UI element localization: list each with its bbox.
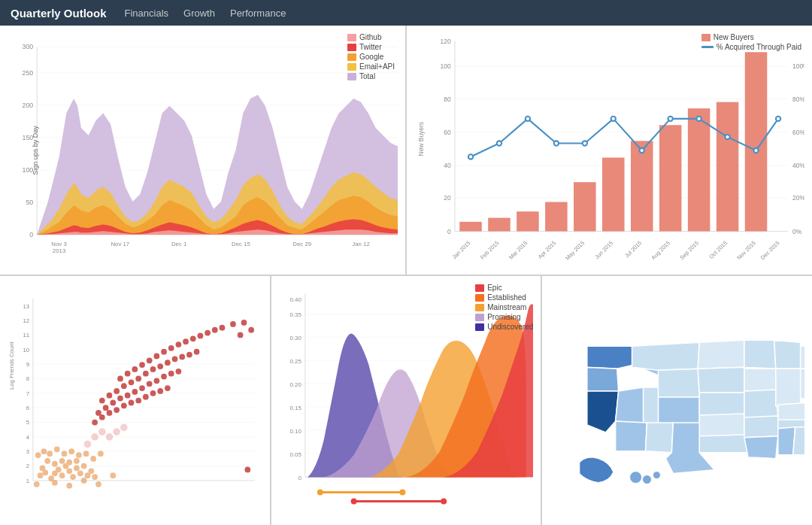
svg-point-198 [98, 428, 106, 435]
svg-point-153 [125, 393, 131, 399]
svg-text:40%: 40% [792, 162, 804, 169]
svg-scatter: 1 2 3 4 5 6 7 8 9 10 11 12 13 [8, 284, 262, 517]
svg-point-61 [696, 117, 701, 121]
svg-text:80: 80 [444, 96, 451, 103]
svg-point-62 [725, 135, 729, 139]
legend-signups: Github Twitter Google Email+API Total [347, 33, 395, 82]
legend-density: Epic Established Mainstream Promising Un… [475, 284, 533, 332]
svg-point-183 [176, 341, 182, 347]
svg-text:0: 0 [298, 475, 301, 481]
nav-financials[interactable]: Financials [125, 8, 169, 19]
svg-point-167 [143, 371, 149, 377]
svg-point-191 [241, 320, 247, 326]
svg-point-164 [121, 383, 127, 389]
svg-text:Jan 12: Jan 12 [352, 241, 370, 247]
svg-point-173 [186, 352, 192, 358]
svg-point-194 [244, 467, 250, 473]
svg-text:0.40: 0.40 [289, 296, 301, 303]
svg-point-154 [132, 389, 138, 395]
svg-text:Dec 15: Dec 15 [232, 241, 250, 247]
svg-rect-45 [545, 202, 568, 232]
svg-rect-44 [517, 211, 539, 231]
svg-text:Jul 2015: Jul 2015 [623, 239, 643, 259]
svg-rect-48 [631, 141, 653, 231]
svg-point-195 [106, 433, 114, 441]
svg-point-170 [165, 360, 171, 366]
svg-point-200 [84, 441, 92, 448]
svg-point-129 [83, 451, 89, 457]
svg-point-144 [135, 398, 141, 404]
svg-text:60: 60 [444, 129, 451, 136]
svg-point-109 [66, 468, 72, 474]
svg-point-171 [172, 356, 178, 362]
svg-point-60 [668, 117, 673, 121]
svg-point-125 [54, 446, 60, 452]
svg-text:Nov 3: Nov 3 [51, 241, 67, 247]
svg-text:250: 250 [23, 69, 34, 77]
svg-text:20: 20 [444, 194, 451, 202]
svg-point-192 [238, 332, 244, 338]
svg-text:12: 12 [23, 317, 29, 324]
svg-point-148 [165, 385, 171, 391]
nav-performance[interactable]: Performance [230, 8, 286, 19]
y-axis-label-signups: Sign ups by Day [32, 126, 39, 175]
svg-point-53 [468, 154, 473, 159]
bottom-row: 1 2 3 4 5 6 7 8 9 10 11 12 13 [0, 276, 812, 525]
svg-point-180 [153, 354, 159, 360]
svg-point-175 [117, 376, 123, 382]
chart-us-map [542, 276, 812, 525]
svg-point-151 [110, 400, 116, 406]
svg-point-120 [88, 468, 94, 474]
svg-point-135 [81, 478, 87, 484]
svg-point-186 [198, 333, 204, 339]
svg-point-122 [35, 452, 41, 458]
svg-text:Log Friends Count: Log Friends Count [8, 341, 15, 390]
svg-point-111 [74, 466, 80, 472]
svg-rect-43 [488, 218, 511, 232]
svg-point-156 [147, 381, 153, 387]
svg-point-127 [68, 448, 74, 454]
svg-text:2: 2 [26, 463, 29, 469]
svg-point-181 [161, 349, 167, 355]
svg-point-121 [92, 474, 98, 480]
svg-point-134 [66, 483, 72, 489]
svg-point-163 [114, 388, 120, 394]
svg-point-174 [194, 349, 200, 355]
svg-text:0.35: 0.35 [289, 311, 301, 318]
svg-point-64 [776, 117, 780, 121]
svg-text:13: 13 [23, 303, 29, 310]
svg-point-228 [653, 472, 661, 479]
svg-point-196 [113, 428, 120, 435]
chart-scatter: 1 2 3 4 5 6 7 8 9 10 11 12 13 [0, 276, 270, 525]
svg-point-58 [611, 117, 616, 121]
svg-point-177 [132, 366, 138, 372]
svg-point-54 [497, 141, 501, 145]
svg-point-149 [95, 410, 102, 416]
svg-point-107 [59, 472, 65, 478]
svg-point-199 [91, 433, 98, 441]
svg-text:200: 200 [23, 102, 34, 109]
svg-point-178 [139, 362, 145, 368]
dashboard: Sign ups by Day Github Twitter Google Em… [0, 26, 812, 525]
svg-text:Mar 2015: Mar 2015 [508, 239, 529, 260]
svg-point-116 [66, 460, 72, 466]
svg-point-168 [150, 366, 156, 372]
svg-text:0.10: 0.10 [289, 428, 301, 435]
svg-text:120: 120 [441, 38, 451, 45]
chart-signups: Sign ups by Day Github Twitter Google Em… [0, 26, 405, 275]
svg-point-165 [129, 379, 135, 385]
svg-text:50: 50 [26, 199, 33, 206]
nav-growth[interactable]: Growth [183, 8, 215, 19]
svg-point-131 [98, 451, 104, 457]
navbar-links: Financials Growth Performance [125, 8, 286, 19]
svg-point-166 [135, 376, 141, 382]
svg-rect-42 [459, 222, 482, 232]
svg-point-132 [34, 481, 40, 487]
svg-text:0%: 0% [792, 228, 802, 235]
svg-text:100%: 100% [792, 62, 804, 70]
svg-text:Oct 2015: Oct 2015 [708, 239, 729, 259]
svg-rect-51 [717, 102, 739, 232]
svg-point-179 [147, 357, 153, 363]
svg-text:Feb 2015: Feb 2015 [479, 239, 500, 260]
svg-point-188 [212, 327, 218, 333]
